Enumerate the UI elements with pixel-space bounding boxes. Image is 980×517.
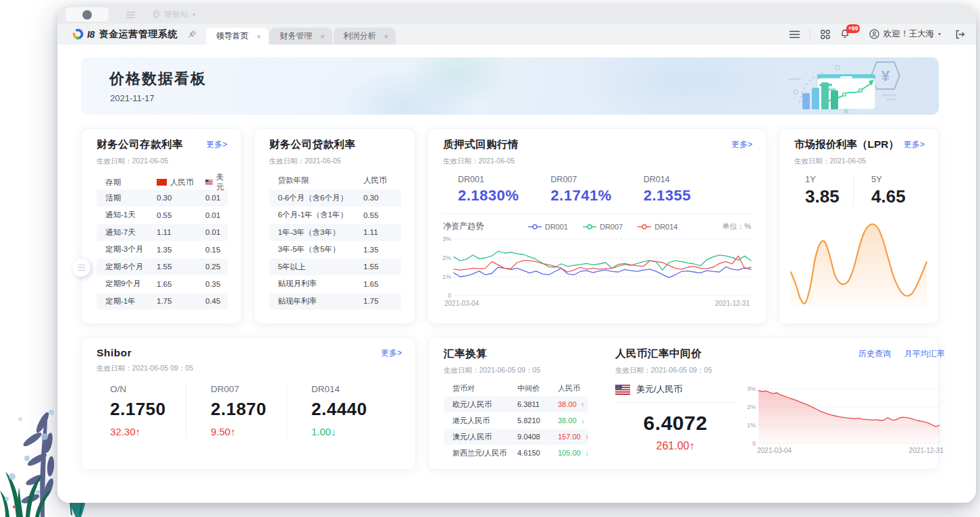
tab-close-icon[interactable]: × (257, 32, 261, 40)
chart-title: 净资产趋势 (443, 221, 484, 232)
table-cell: 1.55 (157, 263, 205, 271)
tab-leader-home[interactable]: 领导首页 × (206, 28, 268, 45)
card-title: 市场报价利率（LPR） (794, 138, 899, 152)
quote-value: 2.1830% (458, 187, 550, 205)
svg-text:3%: 3% (442, 236, 451, 242)
table-header: 存期人民币美元 (97, 172, 228, 190)
table-cell: 活期 (105, 193, 157, 203)
table-cell: 1.11 (363, 228, 401, 236)
user-menu[interactable]: 欢迎！王大海 ▾ (869, 28, 941, 40)
table-cell: 定期9个月 (105, 279, 157, 289)
lpr-card: 市场报价利率（LPR） 更多> 生效日期：2021-06-05 1Y 3.85 … (779, 128, 939, 324)
card-title: 人民币汇率中间价 (615, 347, 702, 361)
table-cell: 0.01 (205, 228, 228, 236)
svg-text:1%: 1% (747, 422, 756, 429)
trend-arrow-icon: ↓ (586, 450, 589, 457)
table-header: 货币对中间价人民币 (444, 380, 588, 396)
change-cell: 38.00↑ (558, 400, 588, 408)
notifications-button[interactable]: +99 (840, 29, 850, 39)
header-actions: +99 欢迎！王大海 ▾ (790, 24, 965, 45)
quote-value: 4.65 (871, 186, 919, 207)
quote-change: 32.30↑ (110, 426, 186, 437)
background-window-chrome: 坡银站 ▾ (57, 5, 976, 24)
card-title: 财务公司存款利率 (97, 138, 183, 152)
trend-arrow-icon: ↑ (689, 440, 694, 452)
table-row: 澳元/人民币9.0408157.00↑ (444, 429, 588, 445)
mid-cell: 6.3811 (517, 400, 558, 408)
quote-change: 9.50↑ (211, 426, 286, 437)
table-cell: 3年-5年（含5年） (278, 244, 364, 254)
legend-item[interactable]: DR001 (528, 223, 568, 231)
card-title: 财务公司贷款利率 (269, 138, 356, 152)
svg-text:0: 0 (752, 440, 756, 447)
lpr-more-link[interactable]: 更多> (904, 139, 925, 151)
table-cell: 0.30 (363, 194, 401, 202)
svg-text:2%: 2% (747, 404, 756, 410)
trend-arrow-icon: ↓ (331, 426, 336, 437)
quote-change: 1.00↓ (311, 426, 387, 437)
divider (443, 213, 752, 214)
table-row: 5年以上1.55 (269, 258, 402, 276)
change-cell: 38.00↓ (558, 416, 588, 425)
legend-item[interactable]: DR007 (583, 223, 623, 231)
header-cell: 货币对 (453, 383, 517, 393)
us-flag-icon (615, 385, 630, 395)
row-2: Shibor 更多> 生效日期：2021-06-05 09：05 O/N 2.1… (81, 337, 939, 470)
table-cell: 1.35 (157, 246, 205, 254)
banner: 价格数据看板 2021-11-17 ¥ (81, 57, 939, 115)
x-end-label: 2021-12-31 (909, 447, 944, 454)
table-cell: 1.11 (157, 228, 205, 236)
card-title: 质押式回购行情 (443, 138, 519, 152)
monthly-average-link[interactable]: 月平均汇率 (904, 348, 945, 360)
left-drag-handle[interactable] (72, 258, 91, 277)
x-start-label: 2021-03-04 (444, 300, 479, 307)
menu-icon[interactable] (790, 30, 800, 38)
history-query-link[interactable]: 历史查询 (858, 348, 891, 360)
pin-tabs-icon[interactable] (188, 24, 197, 45)
ghost-nav: 坡银站 ▾ (153, 9, 195, 20)
shibor-more-link[interactable]: 更多> (381, 348, 402, 359)
quote-dr014: DR014 2.4440 1.00↓ (286, 384, 387, 437)
mid-price-quote: 美元/人民币 6.4072 261.00↑ (615, 383, 742, 454)
table-cell: 定期-6个月 (105, 262, 157, 272)
tab-label: 领导首页 (216, 30, 249, 42)
tab-finance[interactable]: 财务管理 × (269, 28, 332, 45)
logo-ring-icon (72, 28, 84, 40)
table-cell: 0-6个月（含6个月） (278, 193, 364, 203)
app-logo: I8 资金运营管理系统 (72, 24, 178, 45)
pair-cell: 欧元/人民币 (453, 400, 517, 410)
table-cell: 1年-3年（含3年） (278, 227, 364, 238)
table-cell: 通知-7天 (105, 227, 157, 238)
x-axis-labels: 2021-03-04 2021-12-31 (757, 447, 944, 454)
table-row: 0-6个月（含6个月）0.30 (269, 190, 402, 207)
chevron-down-icon: ▾ (938, 31, 941, 37)
tab-bar: 领导首页 × 财务管理 × 利润分析 × (206, 24, 396, 45)
quote-5y: 5Y 4.65 (854, 174, 919, 207)
x-end-label: 2021-12-31 (715, 300, 750, 307)
tab-close-icon[interactable]: × (384, 32, 388, 40)
cn-flag-icon (157, 179, 167, 186)
shibor-quotes: O/N 2.1750 32.30↑ DR007 2.1870 9.50↑ DR0… (91, 384, 406, 437)
app-window: 坡银站 ▾ I8 资金运营管理系统 领导首页 × 财务管理 × (57, 5, 976, 503)
effective-date: 生效日期：2021-06-05 09：05 (97, 364, 406, 373)
row-1: 财务公司存款利率 更多> 生效日期：2021-06-05 存期人民币美元活期0.… (81, 128, 939, 324)
logout-icon[interactable] (955, 30, 965, 39)
repo-more-link[interactable]: 更多> (731, 139, 752, 151)
quote-value: 2.1741% (550, 187, 643, 205)
table-cell: 0.45 (205, 297, 228, 305)
apps-grid-icon[interactable] (821, 30, 830, 39)
mid-price-change: 261.00↑ (615, 440, 736, 452)
quote-dr007: DR007 2.1870 9.50↑ (186, 384, 286, 437)
shibor-card: Shibor 更多> 生效日期：2021-06-05 09：05 O/N 2.1… (81, 337, 416, 470)
banner-illustration: ¥ (788, 61, 901, 113)
quote-label: DR014 (644, 175, 736, 184)
lpr-wave-chart (789, 213, 929, 311)
table-cell: 1.55 (363, 263, 401, 271)
tab-profit[interactable]: 利润分析 × (334, 28, 396, 45)
tab-close-icon[interactable]: × (320, 32, 324, 40)
header-cell: 存期 (105, 178, 157, 188)
deposit-more-link[interactable]: 更多> (206, 139, 227, 151)
currency-pair: 美元/人民币 (636, 383, 683, 396)
legend-item[interactable]: DR014 (638, 223, 677, 231)
table-row: 通知-7天1.110.01 (97, 224, 228, 242)
